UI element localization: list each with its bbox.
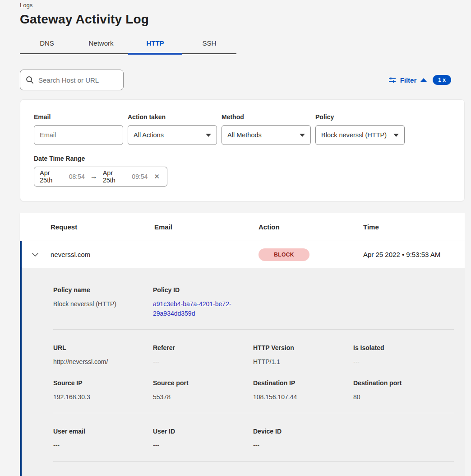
range-end-date[interactable]: Apr 25th	[103, 169, 128, 184]
action-filter-value: All Actions	[134, 131, 164, 139]
user-email-field: User email ---	[53, 428, 153, 450]
url-field: URL http://neverssl.com/	[53, 344, 153, 367]
row-request: neverssl.com	[51, 251, 154, 258]
filter-controls: Filter 1 x	[388, 75, 451, 85]
destination-ip-value: 108.156.107.44	[253, 392, 353, 402]
source-ip-field: Source IP 192.168.30.3	[53, 379, 153, 402]
method-filter-value: All Methods	[227, 131, 262, 139]
datetime-range-label: Date Time Range	[34, 155, 167, 162]
range-arrow-icon: →	[89, 173, 98, 181]
user-id-field: User ID ---	[153, 428, 253, 450]
col-header-action: Action	[259, 223, 363, 231]
user-id-value: ---	[153, 441, 253, 450]
policy-name-label: Policy name	[53, 286, 153, 294]
activity-log-table: Request Email Action Time neverssl.com B…	[20, 213, 465, 476]
action-filter-label: Action taken	[128, 113, 217, 121]
referer-label: Referer	[153, 344, 253, 351]
device-id-value: ---	[253, 441, 353, 450]
filter-row-2: Date Time Range Apr 25th 08:54 → Apr 25t…	[34, 155, 451, 187]
user-email-value: ---	[53, 441, 153, 450]
user-section: User email --- User ID --- Device ID ---	[53, 413, 454, 461]
is-isolated-field: Is Isolated ---	[353, 344, 454, 367]
source-ip-label: Source IP	[53, 379, 153, 387]
tab-network[interactable]: Network	[74, 35, 128, 53]
page-title: Gateway Activity Log	[20, 12, 471, 27]
search-box[interactable]	[20, 70, 124, 90]
destination-port-field: Destination port 80	[353, 379, 454, 402]
email-filter-input[interactable]	[40, 131, 117, 139]
col-header-time: Time	[363, 223, 465, 231]
breadcrumb[interactable]: Logs	[20, 2, 471, 9]
search-input[interactable]	[38, 76, 118, 84]
destination-port-label: Destination port	[353, 379, 454, 387]
chevron-down-icon	[393, 134, 399, 137]
filter-count-badge: 1 x	[433, 75, 451, 85]
method-filter-select[interactable]: All Methods	[222, 125, 311, 145]
source-port-field: Source port 55378	[153, 379, 253, 402]
table-header-row: Request Email Action Time	[20, 213, 465, 241]
source-ip-value: 192.168.30.3	[53, 392, 153, 402]
destination-ip-field: Destination IP 108.156.107.44	[253, 379, 353, 402]
policy-name-value: Block neverssl (HTTP)	[53, 299, 153, 309]
col-header-request: Request	[51, 223, 154, 231]
range-end-time[interactable]: 09:54	[132, 173, 148, 180]
details-footer: View domain details in Radar →	[53, 462, 454, 476]
request-row-1: URL http://neverssl.com/ Referer --- HTT…	[53, 344, 454, 367]
policy-filter-field: Policy Block neverssl (HTTP)	[315, 113, 405, 145]
row-details-panel: Policy name Block neverssl (HTTP) Policy…	[20, 268, 465, 476]
source-port-value: 55378	[153, 392, 253, 402]
policy-filter-label: Policy	[315, 113, 405, 121]
row-time: Apr 25 2022 • 9:53:53 AM	[363, 251, 463, 258]
table-row[interactable]: neverssl.com BLOCK Apr 25 2022 • 9:53:53…	[20, 241, 465, 268]
filter-row-1: Email Action taken All Actions Method Al…	[34, 113, 451, 145]
policy-id-link[interactable]: a91c3eb4-ba7a-4201-be72-29a934dd359d	[153, 299, 240, 318]
action-filter-select[interactable]: All Actions	[128, 125, 217, 145]
filter-panel: Email Action taken All Actions Method Al…	[20, 99, 465, 201]
action-filter-field: Action taken All Actions	[128, 113, 217, 145]
referer-value: ---	[153, 357, 253, 367]
tab-ssh[interactable]: SSH	[182, 35, 236, 53]
log-type-tabs: DNS Network HTTP SSH	[20, 35, 236, 54]
request-section: URL http://neverssl.com/ Referer --- HTT…	[53, 330, 454, 413]
tab-http[interactable]: HTTP	[128, 35, 182, 53]
policy-filter-value: Block neverssl (HTTP)	[321, 131, 387, 139]
user-id-label: User ID	[153, 428, 253, 435]
policy-name-field: Policy name Block neverssl (HTTP)	[53, 286, 153, 318]
policy-id-field: Policy ID a91c3eb4-ba7a-4201-be72-29a934…	[153, 286, 253, 318]
http-version-field: HTTP Version HTTP/1.1	[253, 344, 353, 367]
search-icon	[26, 76, 34, 84]
policy-section: Policy name Block neverssl (HTTP) Policy…	[53, 286, 454, 329]
gateway-activity-log-page: Logs Gateway Activity Log DNS Network HT…	[0, 2, 471, 476]
row-expand-chevron[interactable]	[20, 252, 51, 257]
chevron-down-icon	[206, 134, 211, 137]
device-id-field: Device ID ---	[253, 428, 353, 450]
datetime-range-field: Date Time Range Apr 25th 08:54 → Apr 25t…	[34, 155, 167, 187]
chevron-down-icon	[32, 252, 39, 257]
filter-toggle-button[interactable]: Filter	[400, 76, 417, 84]
filter-sliders-icon	[388, 76, 396, 84]
method-filter-field: Method All Methods	[222, 113, 311, 145]
policy-filter-select[interactable]: Block neverssl (HTTP)	[315, 125, 405, 145]
destination-port-value: 80	[353, 392, 454, 402]
block-status-badge: BLOCK	[259, 248, 309, 261]
policy-id-label: Policy ID	[153, 286, 253, 294]
device-id-label: Device ID	[253, 428, 353, 435]
email-filter-label: Email	[34, 113, 123, 121]
datetime-range-picker[interactable]: Apr 25th 08:54 → Apr 25th 09:54 ✕	[34, 167, 167, 187]
is-isolated-label: Is Isolated	[353, 344, 454, 351]
col-header-email: Email	[154, 223, 259, 231]
request-row-2: Source IP 192.168.30.3 Source port 55378…	[53, 379, 454, 402]
chevron-down-icon	[300, 134, 305, 137]
http-version-value: HTTP/1.1	[253, 357, 353, 367]
referer-field: Referer ---	[153, 344, 253, 367]
is-isolated-value: ---	[353, 357, 454, 367]
destination-ip-label: Destination IP	[253, 379, 353, 387]
url-value: http://neverssl.com/	[53, 357, 153, 367]
method-filter-label: Method	[222, 113, 311, 121]
range-start-time[interactable]: 08:54	[69, 173, 85, 180]
range-start-date[interactable]: Apr 25th	[40, 169, 65, 184]
http-version-label: HTTP Version	[253, 344, 353, 351]
clear-range-icon[interactable]: ✕	[152, 172, 162, 182]
collapse-caret-icon[interactable]	[420, 78, 427, 82]
tab-dns[interactable]: DNS	[20, 35, 74, 53]
